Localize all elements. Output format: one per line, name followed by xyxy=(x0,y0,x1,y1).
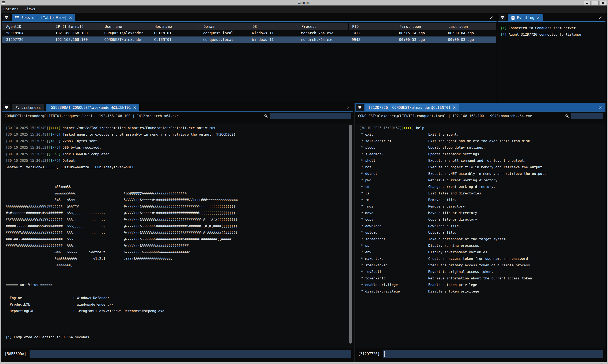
table-cell: Windows 11 xyxy=(249,37,298,43)
agent-status-text: CONQUEST\alexander@CLIENT01.conquest.loc… xyxy=(5,112,179,120)
column-header[interactable]: Username xyxy=(101,23,151,30)
eventlog-output: [+] Connected to Conquest team server. [… xyxy=(498,23,605,38)
search-input[interactable] xyxy=(571,113,603,119)
maximize-button[interactable] xyxy=(592,1,598,5)
search-icon xyxy=(565,114,569,118)
table-cell: 00:00:53 ago xyxy=(396,37,445,43)
sessions-table-body: AgentIDIP (Internal)UsernameHostnameDoma… xyxy=(2,23,496,101)
close-panel-icon[interactable] xyxy=(489,16,493,20)
table-header-row: AgentIDIP (Internal)UsernameHostnameDoma… xyxy=(2,23,496,30)
collapse-icon xyxy=(4,105,9,110)
table-cell: 58EE89DA xyxy=(2,30,52,37)
table-cell: CONQUEST\alexander xyxy=(101,30,151,37)
table-cell: 1412 xyxy=(348,30,396,37)
collapse-panel-button[interactable] xyxy=(356,104,364,111)
collapse-panel-button[interactable] xyxy=(3,14,10,21)
column-header[interactable]: OS xyxy=(249,23,298,30)
conquest-window: Conquest Options Views Sessi xyxy=(0,0,608,364)
window-border-left xyxy=(0,5,1,364)
console-output-box: [30-10-2025 15:30:57][>>>>] help * exit … xyxy=(355,123,605,348)
command-prompt: [312D7726] xyxy=(358,352,379,356)
window-border-bottom xyxy=(0,362,608,364)
table-cell: 9948 xyxy=(348,37,396,43)
console-tabbar: [312D7726] CONQUEST\alexander@CLIENT01 xyxy=(355,103,606,112)
console-output: [30-10-2025 15:30:49][>>>>] dotnet /mnt/… xyxy=(2,123,353,340)
tab-eventlog[interactable]: Eventlog xyxy=(508,14,543,21)
titlebar: Conquest xyxy=(0,0,608,5)
table-cell: 192.168.168.100 xyxy=(52,30,101,37)
close-panel-icon[interactable] xyxy=(598,16,602,20)
collapse-icon xyxy=(4,16,9,20)
menu-options[interactable]: Options xyxy=(1,7,22,11)
table-cell: 00:00:04 ago xyxy=(445,30,496,37)
command-input[interactable] xyxy=(383,350,603,358)
tab-label: Sessions [Table View] xyxy=(21,16,67,20)
tab-label: Listeners xyxy=(21,105,41,110)
menu-bar: Options Views xyxy=(1,5,607,13)
close-panel-icon[interactable] xyxy=(598,106,602,109)
table-row[interactable]: 58EE89DA192.168.168.100CONQUEST\alexande… xyxy=(2,30,496,37)
collapse-panel-button[interactable] xyxy=(499,14,506,21)
close-tab-icon[interactable] xyxy=(133,106,136,109)
command-input-row: [58EE89DA] xyxy=(2,350,353,358)
search-icon xyxy=(264,114,268,118)
column-header[interactable]: PID xyxy=(348,23,396,30)
eventlog-panel: Eventlog [+] Connected to Conquest team … xyxy=(498,13,606,103)
tab-agent-312D7726[interactable]: [312D7726] CONQUEST\alexander@CLIENT01 xyxy=(365,104,459,111)
broadcast-icon xyxy=(15,105,19,110)
minimize-button[interactable] xyxy=(584,1,591,5)
column-header[interactable]: First seen xyxy=(396,23,445,30)
agent-status-bar: CONQUEST\alexander@CLIENT01.conquest.loc… xyxy=(355,112,606,120)
console-output-box: [30-10-2025 15:30:49][>>>>] dotnet /mnt/… xyxy=(2,123,353,348)
table-cell: CLIENT01 xyxy=(151,37,200,43)
collapse-panel-button[interactable] xyxy=(3,104,10,111)
close-button[interactable] xyxy=(600,1,606,5)
close-icon xyxy=(602,2,604,4)
close-panel-icon[interactable] xyxy=(346,106,350,109)
list-icon xyxy=(15,16,19,20)
column-header[interactable]: AgentID xyxy=(2,23,52,30)
window-border-right xyxy=(607,5,608,364)
table-row[interactable]: 312D7726192.168.168.100CONQUEST\alexande… xyxy=(2,37,496,43)
table-cell: 192.168.168.100 xyxy=(52,37,101,43)
collapse-icon xyxy=(358,105,362,110)
collapse-icon xyxy=(500,16,505,20)
close-tab-icon[interactable] xyxy=(453,106,456,109)
close-tab-icon[interactable] xyxy=(69,16,72,19)
panel-splitter[interactable] xyxy=(354,103,354,362)
table-cell: Windows 11 xyxy=(249,30,298,37)
close-tab-icon[interactable] xyxy=(536,16,540,19)
clipboard-icon xyxy=(511,16,515,20)
command-input[interactable] xyxy=(29,350,351,358)
column-header[interactable]: Process xyxy=(298,23,348,30)
scrollbar-thumb[interactable] xyxy=(349,125,352,344)
sessions-tabbar: Sessions [Table View] xyxy=(2,13,497,22)
table-cell: CLIENT01 xyxy=(151,30,200,37)
tab-agent-58EE89DA[interactable]: [58EE89DA] CONQUEST\alexander@CLIENT01 xyxy=(46,104,139,111)
menu-views[interactable]: Views xyxy=(22,7,38,11)
agent-console-58EE89DA: Listeners [58EE89DA] CONQUEST\alexander@… xyxy=(2,103,353,362)
tab-sessions[interactable]: Sessions [Table View] xyxy=(12,14,75,21)
console-tabbar: Listeners [58EE89DA] CONQUEST\alexander@… xyxy=(2,103,353,112)
agent-console-312D7726: [312D7726] CONQUEST\alexander@CLIENT01 C… xyxy=(355,103,606,362)
table-cell: conquest.local xyxy=(200,37,249,43)
column-header[interactable]: IP (Internal) xyxy=(52,23,101,30)
command-input-row: [312D7726] xyxy=(355,350,606,358)
column-header[interactable]: Last seen xyxy=(445,23,496,30)
window-title: Conquest xyxy=(0,0,608,5)
agent-status-bar: CONQUEST\alexander@CLIENT01.conquest.loc… xyxy=(2,112,353,120)
maximize-icon xyxy=(594,2,596,4)
table-cell: 00:00:03 ago xyxy=(445,37,496,43)
console-output: [30-10-2025 15:30:57][>>>>] help * exit … xyxy=(355,123,605,295)
table-cell: 312D7726 xyxy=(2,37,52,43)
tab-listeners[interactable]: Listeners xyxy=(12,104,44,111)
sessions-panel: Sessions [Table View] AgentIDIP (Interna… xyxy=(2,13,497,103)
table-cell: monarch.x64.exe xyxy=(298,30,348,37)
column-header[interactable]: Domain xyxy=(200,23,249,30)
window-controls xyxy=(584,1,606,5)
search-input[interactable] xyxy=(270,113,351,119)
minimize-icon xyxy=(586,2,589,4)
tab-label: Eventlog xyxy=(517,16,534,20)
eventlog-body: [+] Connected to Conquest team server. [… xyxy=(498,23,605,101)
column-header[interactable]: Hostname xyxy=(151,23,200,30)
